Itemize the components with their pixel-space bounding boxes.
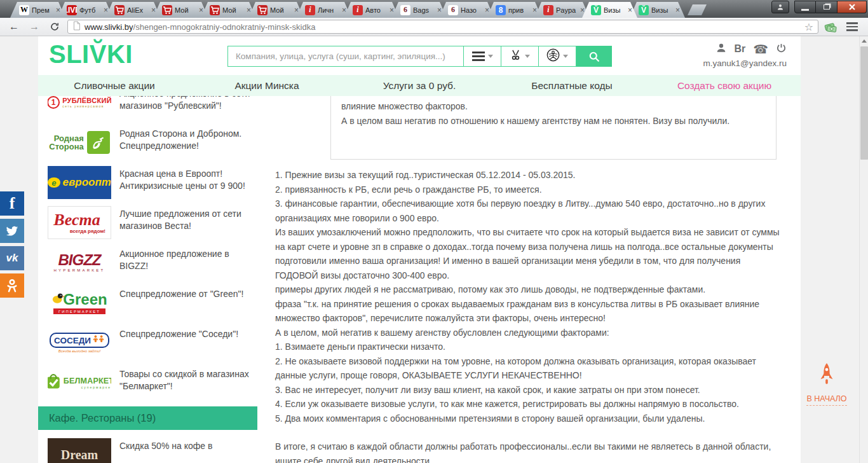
- phone-icon[interactable]: ☎: [753, 43, 768, 55]
- back-to-top-label[interactable]: В НАЧАЛО: [806, 394, 846, 406]
- page-scrollbar[interactable]: [859, 36, 868, 463]
- vk-icon[interactable]: vk: [0, 246, 24, 270]
- chevron-down-icon: [525, 55, 530, 58]
- nav-free-services[interactable]: Услуги за 0 руб.: [343, 80, 496, 92]
- evroopt-badge: е: [48, 177, 60, 188]
- tab-google[interactable]: 8 прив ×: [487, 2, 542, 18]
- info-favicon: i: [543, 5, 553, 15]
- facebook-icon[interactable]: f: [0, 191, 24, 216]
- bigzz-logo: BIGZZ HYPERMARKET: [48, 246, 111, 279]
- promo-rodnaya-storona[interactable]: РоднаяСторона Родная Сторона и Доброном.…: [48, 126, 257, 159]
- cashback-extension-icon[interactable]: [824, 20, 837, 33]
- user-area: Br ☎ m.yanuk1@yandex.ru: [703, 42, 787, 68]
- tab-cart-1[interactable]: Мой ×: [153, 2, 208, 18]
- tab-aliexpress[interactable]: AliEx ×: [105, 2, 161, 18]
- tab-title: Футб: [79, 6, 101, 14]
- promo-green[interactable]: Green ГИПЕРМАРКЕТ Спецпредложение от "Gr…: [48, 286, 257, 319]
- belmarket-subtitle: супермаркет: [64, 385, 111, 389]
- quote-line: А в целом ваш негатив по отношению к наш…: [341, 114, 766, 128]
- tab-slivki-visas-2[interactable]: V̆ Визы ×: [630, 2, 685, 18]
- tab-bags[interactable]: 6 Bags ×: [391, 2, 447, 18]
- screen: W Прем × LIVE Футб × AliEx × Мой × Мой ×…: [0, 0, 868, 463]
- bigzz-title: BIGZZ: [58, 253, 101, 267]
- back-button[interactable]: ←: [6, 19, 22, 34]
- comment-paragraph: 4. Если уж оказываете визовые услуги, то…: [275, 397, 785, 411]
- tab-cart-3[interactable]: Мой ×: [248, 2, 304, 18]
- tab-title: Мой: [175, 6, 196, 14]
- scrollbar-thumb[interactable]: [860, 46, 868, 160]
- reload-button[interactable]: [47, 19, 62, 34]
- category-filter-button[interactable]: [464, 46, 501, 67]
- tab-football-live[interactable]: LIVE Футб ×: [58, 2, 113, 18]
- info-favicon: i: [353, 5, 363, 15]
- browser-profile-button[interactable]: [771, 1, 789, 13]
- comment-paragraph: Из ваших умозаключений можно предположит…: [275, 225, 785, 282]
- nav-free-codes[interactable]: Бесплатные коды: [496, 80, 648, 92]
- slivki-logo[interactable]: SLIV̆KI: [49, 40, 133, 69]
- tab-nazo[interactable]: 6 Назо ×: [439, 2, 494, 18]
- logout-power-icon[interactable]: [776, 43, 787, 56]
- nav-create-deal[interactable]: Создать свою акцию: [648, 80, 801, 92]
- odnoklassniki-icon[interactable]: [0, 273, 24, 298]
- tab-title: Прем: [32, 6, 53, 14]
- tab-lichn[interactable]: i Личн ×: [296, 2, 351, 18]
- sidebar: 1 РУБЛЁВСКИЙсеть универсамов Акционное п…: [48, 96, 257, 463]
- nav-slivki-deals[interactable]: Сливочные акции: [38, 80, 191, 92]
- tab-title: AliEx: [127, 6, 149, 14]
- bigzz-subtitle: HYPERMARKET: [54, 268, 105, 272]
- rodnaya-storona-logo: РоднаяСторона: [48, 126, 111, 159]
- tab-avto[interactable]: i Авто ×: [344, 2, 399, 18]
- sidebar-section-cafes[interactable]: Кафе. Рестораны (19): [38, 406, 257, 430]
- green-title: Green: [63, 292, 107, 307]
- page-background: SLIV̆KI: [0, 36, 868, 463]
- tab-cart-2[interactable]: Мой ×: [201, 2, 256, 18]
- tab-title: Авто: [365, 6, 387, 14]
- health-filter-button[interactable]: [539, 46, 576, 67]
- tab-slivki-visas-active[interactable]: V̆ Визы ×: [582, 2, 637, 18]
- restore-button[interactable]: [816, 1, 837, 13]
- user-email[interactable]: m.yanuk1@yandex.ru: [703, 59, 787, 68]
- promo-dream-cafe[interactable]: Dream Скидка 50% на кофе в: [48, 438, 257, 463]
- promo-sosedi[interactable]: СОСЕДИ Всегда выгодно зайти! Спецпредлож…: [48, 326, 257, 359]
- promo-evroopt[interactable]: е евроопт Красная цена в Евроопт! Антикр…: [48, 166, 257, 199]
- nav-minsk-deals[interactable]: Акции Минска: [191, 80, 343, 92]
- search-button[interactable]: [576, 46, 612, 67]
- rublevsky-badge: 1: [48, 96, 60, 109]
- new-tab-button[interactable]: [688, 4, 707, 15]
- tab-close-icon[interactable]: ×: [674, 6, 681, 15]
- comment-paragraph: 2. привязанность к РБ, если речь о гражд…: [275, 183, 785, 197]
- close-window-button[interactable]: [837, 1, 867, 13]
- promo-text: Лучшие предложения от сети магазинов Вес…: [119, 206, 257, 239]
- twitter-icon[interactable]: [0, 219, 24, 243]
- comment-paragraph: 3. Вас не интересует, получит ли визу ва…: [275, 383, 785, 397]
- restore-icon: [824, 4, 830, 10]
- vesta-logo: Веста всегда рядом!: [48, 206, 111, 239]
- forward-button[interactable]: →: [27, 19, 42, 34]
- back-to-top[interactable]: В НАЧАЛО: [806, 363, 848, 406]
- tab-paypal[interactable]: i Paypa ×: [534, 2, 590, 18]
- bookmark-star-icon[interactable]: ☆: [804, 21, 813, 33]
- comment-paragraph: фраза "т.к. на принятие решения о сроках…: [275, 297, 785, 326]
- category-list-icon: [472, 50, 485, 63]
- address-bar[interactable]: www.slivki.by/shengen-mnogokratniy-odnok…: [67, 20, 818, 34]
- green-subtitle: ГИПЕРМАРКЕТ: [53, 308, 105, 314]
- tab-close-icon[interactable]: ×: [627, 6, 634, 15]
- promo-belmarket[interactable]: БЕЛМАРКЕТсупермаркет Товары со скидкой в…: [48, 366, 257, 399]
- info-favicon: i: [305, 5, 315, 15]
- chevron-down-icon: [488, 55, 493, 58]
- minimize-icon: [801, 9, 809, 11]
- currency-label[interactable]: Br: [735, 43, 746, 55]
- user-profile-icon[interactable]: [715, 42, 727, 56]
- search-input[interactable]: [227, 46, 464, 67]
- shopping-bag-icon: [48, 373, 62, 392]
- promo-bigzz[interactable]: BIGZZ HYPERMARKET Акционное предложение …: [48, 246, 257, 279]
- minimize-button[interactable]: [794, 1, 816, 13]
- scrollbar-up-arrow[interactable]: [860, 36, 868, 46]
- url-text[interactable]: www.slivki.by/shengen-mnogokratniy-odnok…: [85, 22, 315, 32]
- promo-vesta[interactable]: Веста всегда рядом! Лучшие предложения о…: [48, 206, 257, 239]
- browser-menu-icon[interactable]: [843, 20, 862, 34]
- beauty-filter-button[interactable]: [501, 46, 539, 67]
- comment-paragraph: 5. Два моих комментария с обоснованными …: [275, 411, 785, 426]
- social-share-bar: f vk: [0, 191, 24, 301]
- tab-wikipedia[interactable]: W Прем ×: [10, 2, 65, 18]
